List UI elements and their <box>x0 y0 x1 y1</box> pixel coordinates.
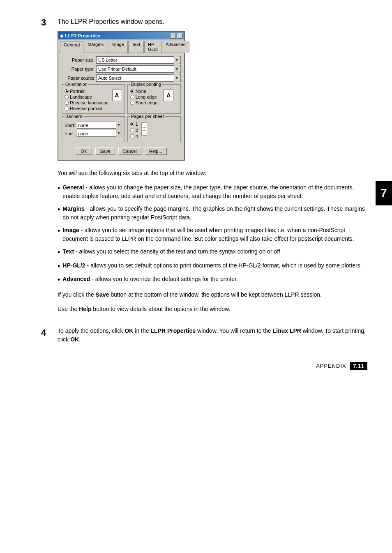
radio-portrait-dot[interactable] <box>65 89 69 93</box>
banner-start-label: Start: <box>65 123 76 128</box>
tab-hpgl2[interactable]: HP-GL/2 <box>144 41 161 53</box>
radio-2pages-dot[interactable] <box>130 128 134 132</box>
paper-source-arrow[interactable]: ▼ <box>174 74 180 82</box>
radio-portrait[interactable]: Portrait <box>65 89 111 94</box>
pages-per-sheet-label: Pages per sheet <box>130 114 165 119</box>
step4-content: To apply the options, click OK in the LL… <box>58 327 367 350</box>
ok-button[interactable]: OK <box>76 147 92 155</box>
paper-source-select[interactable]: Auto Select ▼ <box>96 74 181 82</box>
radio-none-dot[interactable] <box>130 89 134 93</box>
radio-short-edge[interactable]: Short edge <box>130 100 158 105</box>
list-item-margins: • Margins - allows you to specify the pa… <box>58 205 367 222</box>
duplex-group: Duplex printing None Long edg <box>127 84 181 114</box>
radio-none[interactable]: None <box>130 89 158 94</box>
radio-long-edge-dot[interactable] <box>130 95 134 99</box>
banner-start-row: Start: none ▼ <box>65 122 122 129</box>
radio-landscape[interactable]: Landscape <box>65 94 111 99</box>
radio-landscape-dot[interactable] <box>65 95 69 99</box>
llpr-tabs: General Margins Image Text HP-GL/2 Advan… <box>58 39 184 53</box>
help-button[interactable]: Help... <box>145 147 167 155</box>
step3-row: 3 The LLPR Properties window opens. ◆ LL… <box>41 16 367 319</box>
bullet-2: • <box>58 205 60 222</box>
radio-short-edge-label: Short edge <box>136 100 158 105</box>
pages-preview-icon <box>141 122 147 136</box>
radio-4pages-label: 4 <box>136 134 138 139</box>
paper-size-row: Paper size: US Letter ▼ <box>62 56 181 64</box>
bullet-3-content: Image - allows you to set image options … <box>62 226 367 243</box>
paper-source-value: Auto Select <box>97 76 122 81</box>
term-text-desc: - allows you to select the density of th… <box>74 248 282 255</box>
paper-size-label: Paper size: <box>62 58 95 62</box>
term-image-desc: - allows you to set image options that w… <box>62 227 354 242</box>
banners-pages-row: Banners Start: none ▼ <box>62 116 181 142</box>
radio-reverse-portrait[interactable]: Reverse portrait <box>65 106 111 111</box>
appendix-label: APPENDIX <box>316 363 346 369</box>
llpr-titlebar: ◆ LLPR Properties _ × <box>58 32 184 39</box>
radio-4pages[interactable]: 4 <box>130 134 138 139</box>
cancel-button[interactable]: Cancel <box>118 147 141 155</box>
step4-number: 4 <box>41 327 51 350</box>
banner-end-arrow[interactable]: ▼ <box>116 130 122 137</box>
list-item-hpgl2: • HP-GL/2 - allows you to set default op… <box>58 261 367 271</box>
term-margins: Margins <box>62 205 85 212</box>
list-item-advanced: • Advanced - allows you to override the … <box>58 275 367 285</box>
llpr-props-bold: LLPR Properties <box>150 327 196 334</box>
list-line-3 <box>143 130 146 131</box>
tab-margins[interactable]: Margins <box>84 41 107 53</box>
paper-type-select[interactable]: Use Printer Default ▼ <box>96 65 181 73</box>
step4-row: 4 To apply the options, click OK in the … <box>41 327 367 350</box>
radio-1page-dot[interactable] <box>130 122 134 126</box>
radio-reverse-portrait-dot[interactable] <box>65 106 69 111</box>
radio-1page[interactable]: 1 <box>130 122 138 127</box>
save-bold: Save <box>96 291 109 298</box>
banner-end-value: none <box>77 131 89 136</box>
list-item-text: • Text - allows you to select the densit… <box>58 247 367 257</box>
tab-text[interactable]: Text <box>128 41 144 53</box>
term-hpgl2: HP-GL/2 <box>62 262 85 269</box>
term-text: Text <box>62 248 74 255</box>
bullet-2-content: Margins - allows you to specify the page… <box>62 205 367 222</box>
radio-2pages-label: 2 <box>136 128 138 133</box>
titlebar-title-area: ◆ LLPR Properties <box>60 33 100 39</box>
banners-fields: Start: none ▼ End: none <box>65 122 122 137</box>
paper-size-arrow[interactable]: ▼ <box>174 56 180 64</box>
bullet-6-content: Advanced - allows you to override the de… <box>62 275 367 285</box>
ok2-bold: OK <box>70 336 79 343</box>
list-line-1 <box>143 125 146 125</box>
radio-long-edge-label: Long edge <box>136 94 157 99</box>
llpr-window: ◆ LLPR Properties _ × General Margins Im… <box>58 31 185 161</box>
banner-start-select[interactable]: none ▼ <box>77 122 122 129</box>
paper-size-select[interactable]: US Letter ▼ <box>96 56 181 64</box>
save-button[interactable]: Save <box>95 147 115 155</box>
term-advanced-desc: - allows you to override the default set… <box>90 276 238 282</box>
radio-short-edge-dot[interactable] <box>130 101 134 105</box>
orientation-group: Orientation Portrait Landscap <box>62 84 125 114</box>
tab-image[interactable]: Image <box>108 41 128 53</box>
radio-long-edge[interactable]: Long edge <box>130 94 158 99</box>
orientation-group-label: Orientation <box>65 82 88 87</box>
orientation-preview: A <box>112 90 122 101</box>
paper-type-value: Use Printer Default <box>97 67 137 71</box>
minimize-button[interactable]: _ <box>170 33 176 39</box>
banner-end-select[interactable]: none ▼ <box>77 130 122 137</box>
tab-advanced[interactable]: Advanced <box>162 41 189 53</box>
save-note-text: If you click the Save button at the bott… <box>58 290 367 299</box>
term-general: General <box>62 184 84 191</box>
banner-start-arrow[interactable]: ▼ <box>116 122 122 129</box>
bullet-1-content: General - allows you to change the paper… <box>62 183 367 200</box>
tab-general[interactable]: General <box>60 41 83 53</box>
radio-reverse-landscape-dot[interactable] <box>65 101 69 105</box>
step3-content: The LLPR Properties window opens. ◆ LLPR… <box>58 16 367 319</box>
bullet-4: • <box>58 248 60 257</box>
radio-2pages[interactable]: 2 <box>130 128 138 133</box>
titlebar-buttons: _ × <box>170 33 182 39</box>
radio-4pages-dot[interactable] <box>130 134 134 138</box>
chapter-side-tab: 7 <box>376 181 392 205</box>
close-button[interactable]: × <box>177 33 182 39</box>
banners-group-label: Banners <box>65 114 83 119</box>
paper-type-arrow[interactable]: ▼ <box>174 65 180 73</box>
list-item-general: • General - allows you to change the pap… <box>58 183 367 200</box>
radio-reverse-landscape[interactable]: Reverse landscape <box>65 100 111 105</box>
radio-reverse-portrait-label: Reverse portrait <box>70 106 102 111</box>
duplex-options: None Long edge Short edge <box>130 89 158 106</box>
